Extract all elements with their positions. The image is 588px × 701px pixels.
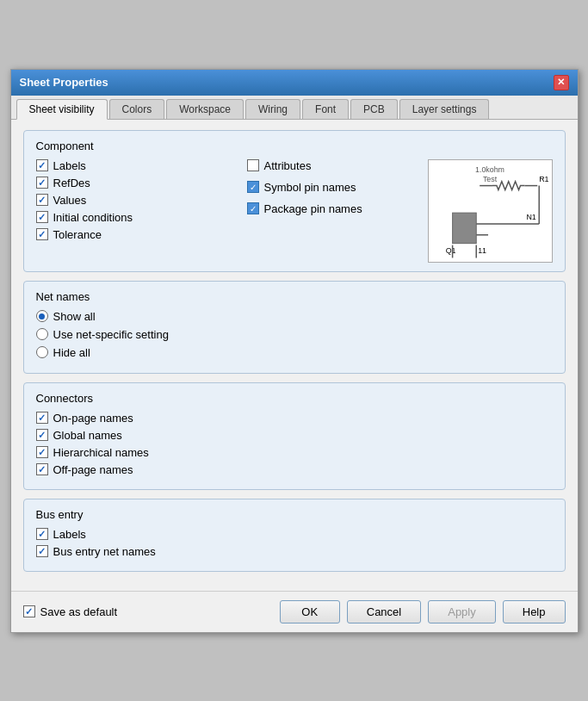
cancel-button[interactable]: Cancel (347, 600, 421, 623)
cb-hierarchical-names-text: Hierarchical names (53, 446, 149, 459)
svg-text:R1: R1 (539, 174, 548, 183)
tab-wiring[interactable]: Wiring (245, 99, 300, 119)
main-content: Component Labels RefDes Values (11, 120, 578, 591)
cb-off-page-names[interactable] (36, 463, 48, 475)
cb-bus-entry-net-names[interactable] (36, 545, 48, 557)
checkbox-package-pin-names-text: Package pin names (264, 202, 362, 215)
checkbox-tolerance-text: Tolerance (53, 228, 102, 241)
cb-on-page-names-text: On-page names (53, 412, 133, 425)
bus-entry-section: Bus entry Labels Bus entry net names (23, 499, 566, 572)
save-default-label: Save as default (40, 605, 118, 618)
sheet-properties-dialog: Sheet Properties ✕ Sheet visibility Colo… (10, 69, 579, 633)
svg-rect-7 (452, 213, 476, 244)
tab-layer-settings[interactable]: Layer settings (399, 99, 490, 119)
radio-show-all[interactable] (36, 310, 48, 322)
checkbox-refdes-row: RefDes (36, 177, 238, 189)
cb-bus-labels-text: Labels (53, 528, 86, 541)
radio-hide-all-text: Hide all (53, 346, 90, 359)
bottom-bar: Save as default OK Cancel Apply Help (11, 591, 578, 632)
radio-hide-all-row: Hide all (36, 346, 553, 359)
cb-global-names[interactable] (36, 429, 48, 441)
checkbox-package-pin-names[interactable] (247, 202, 259, 214)
radio-use-net-specific[interactable] (36, 328, 48, 340)
checkbox-labels-text: Labels (53, 159, 86, 172)
checkbox-symbol-pin-names-text: Symbol pin names (264, 181, 356, 194)
radio-hide-all[interactable] (36, 346, 48, 358)
cb-bus-labels-row: Labels (36, 528, 553, 541)
svg-text:N1: N1 (526, 213, 535, 221)
checkbox-labels-row: Labels (36, 159, 238, 172)
checkbox-tolerance-row: Tolerance (36, 228, 238, 241)
cb-off-page-names-text: Off-page names (53, 463, 133, 476)
title-bar: Sheet Properties ✕ (11, 70, 578, 96)
tab-bar: Sheet visibility Colors Workspace Wiring… (11, 96, 578, 120)
button-row: OK Cancel Apply Help (280, 600, 566, 623)
checkbox-symbol-pin-names[interactable] (247, 181, 259, 193)
checkbox-values[interactable] (36, 194, 48, 206)
connectors-title: Connectors (36, 392, 553, 405)
cb-global-names-row: Global names (36, 429, 553, 442)
checkbox-tolerance[interactable] (36, 228, 48, 240)
checkbox-refdes-text: RefDes (53, 177, 90, 189)
component-preview: 1.0kohm Test R1 N1 Q1 (428, 159, 553, 263)
checkbox-attributes-text: Attributes (264, 159, 312, 172)
checkbox-initial-conditions-row: Initial conditions (36, 211, 238, 224)
tab-font[interactable]: Font (302, 99, 349, 119)
checkbox-values-text: Values (53, 194, 87, 207)
cb-on-page-names[interactable] (36, 412, 48, 424)
radio-use-net-specific-row: Use net-specific setting (36, 328, 553, 341)
checkbox-labels[interactable] (36, 159, 48, 171)
cb-off-page-names-row: Off-page names (36, 463, 553, 476)
cb-hierarchical-names[interactable] (36, 446, 48, 458)
svg-text:Test: Test (482, 174, 497, 183)
cb-save-default[interactable] (23, 605, 35, 617)
component-row: Labels RefDes Values Initial conditions (36, 159, 553, 263)
bus-entry-title: Bus entry (36, 508, 553, 521)
checkbox-attributes[interactable] (247, 159, 259, 171)
component-section: Component Labels RefDes Values (23, 130, 566, 272)
component-left-checkboxes: Labels RefDes Values Initial conditions (36, 159, 238, 263)
tab-colors[interactable]: Colors (109, 99, 165, 119)
checkbox-initial-conditions-text: Initial conditions (53, 211, 133, 224)
radio-use-net-specific-text: Use net-specific setting (53, 328, 169, 341)
ok-button[interactable]: OK (280, 600, 340, 623)
cb-bus-entry-net-names-text: Bus entry net names (53, 545, 156, 558)
close-button[interactable]: ✕ (554, 75, 569, 90)
net-names-section: Net names Show all Use net-specific sett… (23, 281, 566, 374)
tab-workspace[interactable]: Workspace (166, 99, 244, 119)
dialog-title: Sheet Properties (20, 76, 108, 89)
radio-show-all-row: Show all (36, 310, 553, 323)
tab-pcb[interactable]: PCB (350, 99, 398, 119)
cb-bus-entry-net-names-row: Bus entry net names (36, 545, 553, 558)
svg-text:11: 11 (478, 246, 486, 255)
component-section-title: Component (36, 140, 553, 152)
save-default-row: Save as default (23, 605, 118, 618)
svg-text:Q1: Q1 (445, 246, 455, 255)
net-names-title: Net names (36, 290, 553, 303)
checkbox-refdes[interactable] (36, 177, 48, 189)
apply-button[interactable]: Apply (428, 600, 496, 623)
help-button[interactable]: Help (503, 600, 566, 623)
tab-sheet-visibility[interactable]: Sheet visibility (16, 99, 108, 120)
checkbox-symbol-pin-names-row: Symbol pin names (247, 181, 419, 194)
cb-on-page-names-row: On-page names (36, 412, 553, 425)
svg-text:1.0kohm: 1.0kohm (475, 164, 504, 173)
connectors-section: Connectors On-page names Global names Hi… (23, 382, 566, 490)
checkbox-values-row: Values (36, 194, 238, 207)
checkbox-initial-conditions[interactable] (36, 211, 48, 223)
cb-hierarchical-names-row: Hierarchical names (36, 446, 553, 459)
radio-show-all-text: Show all (53, 310, 96, 323)
checkbox-attributes-row: Attributes (247, 159, 419, 172)
cb-bus-labels[interactable] (36, 528, 48, 540)
cb-global-names-text: Global names (53, 429, 122, 442)
checkbox-package-pin-names-row: Package pin names (247, 202, 419, 215)
